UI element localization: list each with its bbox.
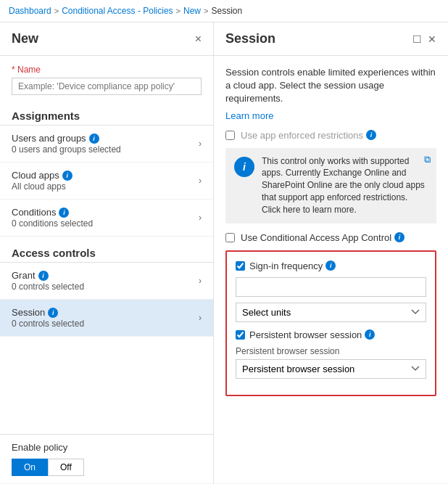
- nav-item-session[interactable]: Session i 0 controls selected ›: [0, 300, 213, 337]
- info-box-icon: i: [234, 157, 254, 177]
- persistent-dropdown-label: Persistent browser session: [236, 346, 426, 356]
- cloud-apps-chevron-icon: ›: [199, 176, 202, 186]
- sign-in-frequency-info-icon: i: [325, 261, 336, 271]
- enable-policy-label: Enable policy: [12, 442, 202, 453]
- right-panel-header: Session ☐ ✕: [214, 22, 448, 56]
- right-panel: Session ☐ ✕ Session controls enable limi…: [214, 22, 448, 483]
- persistent-browser-row: Persistent browser session i: [236, 329, 426, 340]
- nav-item-session-subtitle: 0 controls selected: [12, 319, 84, 329]
- ca-app-control-checkbox[interactable]: [225, 233, 235, 242]
- name-input[interactable]: [12, 78, 202, 95]
- breadcrumb-ca-policies[interactable]: Conditional Access - Policies: [62, 6, 173, 16]
- breadcrumb-sep-2: >: [176, 7, 181, 15]
- users-groups-info-icon: i: [89, 134, 99, 144]
- right-panel-actions: ☐ ✕: [412, 33, 436, 45]
- panel-title: New: [12, 31, 38, 46]
- breadcrumb-new[interactable]: New: [183, 6, 201, 16]
- toggle-group: On Off: [12, 459, 202, 476]
- nav-item-conditions-title: Conditions i: [12, 207, 93, 218]
- nav-item-cloud-apps[interactable]: Cloud apps i All cloud apps ›: [0, 163, 213, 200]
- close-button[interactable]: ×: [195, 33, 202, 46]
- sign-in-frequency-row: Sign-in frequency i: [236, 261, 426, 271]
- session-chevron-icon: ›: [199, 313, 202, 323]
- nav-item-session-title: Session i: [12, 307, 84, 318]
- nav-item-grant-content: Grant i 0 controls selected: [12, 270, 84, 292]
- minimize-icon[interactable]: ☐: [412, 33, 422, 45]
- nav-item-conditions-content: Conditions i 0 conditions selected: [12, 207, 93, 229]
- name-label: * Name: [12, 65, 202, 75]
- learn-more-link[interactable]: Learn more: [225, 110, 436, 121]
- nav-item-cloud-apps-title: Cloud apps i: [12, 170, 72, 181]
- nav-item-grant-title: Grant i: [12, 270, 84, 281]
- breadcrumb-session: Session: [211, 6, 242, 16]
- sign-in-frequency-label: Sign-in frequency i: [249, 261, 336, 271]
- info-box-text: This control only works with supported a…: [262, 155, 428, 216]
- nav-item-conditions-subtitle: 0 conditions selected: [12, 218, 93, 229]
- nav-item-users-groups-title: Users and groups i: [12, 133, 121, 144]
- sign-in-frequency-checkbox[interactable]: [236, 261, 245, 271]
- persistent-browser-dropdown[interactable]: Persistent browser session Always persis…: [236, 359, 426, 379]
- nav-item-conditions[interactable]: Conditions i 0 conditions selected ›: [0, 200, 213, 237]
- nav-item-grant[interactable]: Grant i 0 controls selected ›: [0, 263, 213, 300]
- external-link-icon[interactable]: ⧉: [424, 154, 431, 165]
- users-groups-chevron-icon: ›: [199, 139, 202, 149]
- conditions-info-icon: i: [59, 208, 69, 218]
- session-info-icon: i: [48, 308, 58, 318]
- name-section: * Name: [0, 56, 213, 104]
- breadcrumb-sep-3: >: [204, 7, 208, 15]
- close-right-button[interactable]: ✕: [428, 33, 436, 45]
- breadcrumb-sep-1: >: [54, 7, 59, 15]
- ca-app-control-row: Use Conditional Access App Control i: [225, 232, 436, 243]
- app-enforced-info-icon: i: [366, 130, 376, 140]
- breadcrumb-dashboard[interactable]: Dashboard: [9, 6, 51, 16]
- ca-app-control-label: Use Conditional Access App Control i: [241, 232, 405, 243]
- persistent-browser-label: Persistent browser session i: [249, 329, 375, 340]
- right-panel-title: Session: [225, 31, 275, 46]
- breadcrumb: Dashboard > Conditional Access - Policie…: [0, 0, 448, 22]
- app-enforced-label: Use app enforced restrictions i: [241, 130, 376, 141]
- access-controls-heading: Access controls: [0, 239, 213, 263]
- toggle-on-button[interactable]: On: [12, 459, 48, 476]
- nav-item-cloud-apps-subtitle: All cloud apps: [12, 181, 72, 192]
- sign-in-frequency-input[interactable]: [236, 277, 426, 297]
- nav-item-cloud-apps-content: Cloud apps i All cloud apps: [12, 170, 72, 192]
- ca-app-control-info-icon: i: [394, 232, 405, 242]
- right-panel-content: Session controls enable limited experien…: [214, 56, 448, 483]
- nav-item-session-content: Session i 0 controls selected: [12, 307, 84, 329]
- app-enforced-row: Use app enforced restrictions i: [225, 130, 436, 141]
- nav-item-grant-subtitle: 0 controls selected: [12, 282, 84, 292]
- persistent-browser-info-icon: i: [365, 329, 375, 340]
- app-enforced-checkbox[interactable]: [225, 131, 235, 140]
- nav-item-users-groups-subtitle: 0 users and groups selected: [12, 144, 121, 155]
- toggle-off-button[interactable]: Off: [48, 459, 84, 476]
- grant-chevron-icon: ›: [199, 276, 202, 286]
- cloud-apps-info-icon: i: [62, 171, 72, 181]
- left-panel: New × * Name Assignments Users and group…: [0, 22, 214, 483]
- panel-header: New ×: [0, 22, 213, 56]
- session-description: Session controls enable limited experien…: [225, 66, 436, 106]
- info-box: i This control only works with supported…: [225, 148, 436, 223]
- nav-item-users-groups-content: Users and groups i 0 users and groups se…: [12, 133, 121, 155]
- conditions-chevron-icon: ›: [199, 213, 202, 223]
- grant-info-icon: i: [38, 271, 49, 281]
- assignments-heading: Assignments: [0, 104, 213, 126]
- persistent-browser-checkbox[interactable]: [236, 330, 245, 340]
- select-units-dropdown[interactable]: Select units Hours Days: [236, 303, 426, 322]
- nav-item-users-groups[interactable]: Users and groups i 0 users and groups se…: [0, 126, 213, 163]
- session-controls-box: Sign-in frequency i Select units Hours D…: [225, 250, 436, 396]
- enable-policy-section: Enable policy On Off: [0, 434, 213, 483]
